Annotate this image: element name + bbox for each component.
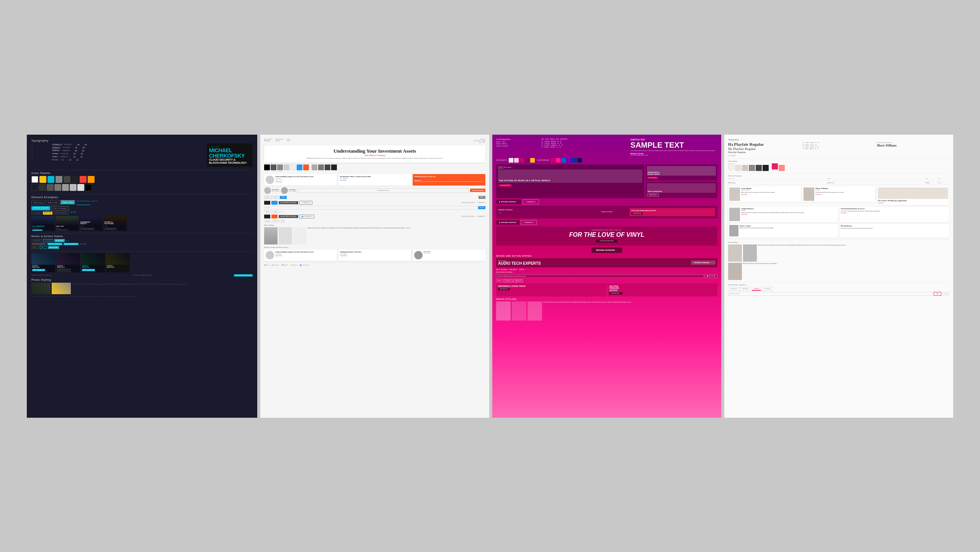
tab-right[interactable]: Option [479, 196, 485, 199]
p3-tag-2[interactable]: Resource [504, 279, 513, 282]
view-more-1[interactable]: VIEW MORE → [275, 181, 314, 183]
add-schedule-active[interactable]: ADD TO SCHEDULE [47, 243, 62, 245]
p3-browse-sessions-main[interactable]: BROWSE SESSIONS → [591, 248, 622, 253]
tab-nav-community[interactable]: 👥 Community [300, 264, 309, 266]
tag-keynotes[interactable]: KEYNOTES [31, 239, 42, 242]
p3-browse-sessions-audio[interactable]: BROWSE SESSIONS → [691, 261, 715, 265]
button-small[interactable]: Button / Small [46, 200, 59, 205]
track-add-3[interactable]: ADD TO SCHEDULE [82, 269, 95, 271]
community-btn[interactable]: COMMUNITY [299, 201, 312, 205]
form-submit[interactable]: Search [478, 206, 485, 209]
view-profile-matt[interactable]: VIEW PROFILE [56, 230, 67, 231]
filter-input[interactable]: Filter... [31, 246, 39, 249]
text-link-plain[interactable]: Text Link [91, 200, 98, 205]
p4-jessie-link[interactable]: View Profile [741, 194, 775, 195]
tab-nav-home[interactable]: 🏠 Home [264, 264, 270, 266]
chat-btn[interactable]: 💬 LIVE CHAT [48, 246, 59, 249]
p4-meeting-desc: Join private meeting rooms with speakers… [841, 228, 948, 229]
form-input[interactable]: Form / Input [31, 212, 42, 215]
tab-2[interactable]: Tab 2 [272, 196, 279, 199]
p3-session-link[interactable]: SESSION → [519, 269, 526, 270]
form-search[interactable]: Search... [264, 206, 477, 210]
sponsor-row: Sponsor Partner + more [264, 210, 485, 213]
panel-dark: Typography H1OSWALDSEMIBOLD6460 H2OSWALD… [27, 135, 257, 418]
button-icon[interactable]: Button / Small [60, 200, 75, 205]
add-schedule-btn[interactable]: ADD TO SCHEDULE [31, 243, 46, 245]
p3-add-cal[interactable]: ADD TO CALENDAR + [496, 269, 508, 270]
p4-search[interactable]: Search sessions... [728, 292, 933, 296]
community-right-2[interactable]: COMMUNITY [477, 216, 485, 217]
tab-nav-agenda[interactable]: 📅 Agenda [281, 264, 288, 266]
p4-sort[interactable]: Sort [942, 292, 949, 296]
view-more-2[interactable]: VIEW MORE → [340, 180, 410, 181]
p4-swatch-5 [756, 165, 762, 171]
p3-font-names: Typography Poppins - Light Poppins - Med… [496, 138, 540, 156]
tab-nav-sponsors[interactable]: ⭐ Sponsors [290, 264, 297, 266]
swatch2-darker [331, 164, 337, 170]
p4-tab-4[interactable]: Tab Option [762, 287, 773, 291]
p3-community-btn-2[interactable]: COMMUNITY [521, 220, 537, 225]
live-link[interactable]: LIVE LINK [70, 212, 76, 215]
p3-view-all-label[interactable]: VIEW ALL SESSIONS [585, 211, 628, 213]
tab-nav-sessions[interactable]: ▶ Sessions [272, 264, 279, 266]
p4-angela-link[interactable]: View Profile → [741, 214, 805, 215]
browse-sessions-btn[interactable]: BROWSE SESSIONS [31, 206, 50, 210]
p4-macie-link[interactable]: View Profile [815, 194, 844, 195]
track-add[interactable]: ADD TO SCHEDULE [32, 269, 45, 271]
tab-active[interactable]: Active [280, 196, 287, 199]
p4-tab-1[interactable]: Tab Option [728, 287, 739, 291]
view-profile-joel[interactable]: VIEW PROFILE [32, 230, 42, 231]
p4-filter[interactable]: Filter [934, 292, 941, 296]
community-btn-2[interactable]: 👥 COMMUNITY [299, 215, 314, 218]
p3-browse-btn-2[interactable]: ▶BROWSE SESSIONS [496, 220, 519, 225]
button-tab[interactable]: Button / Tab [43, 212, 52, 215]
browse-sessions-right[interactable]: BROWSE SESSIONS [462, 202, 475, 204]
p4-macie-card: Macie Williams Presenter Description tex… [802, 186, 875, 205]
filter-active[interactable]: Filter... [40, 246, 47, 249]
p4-makeup-link[interactable]: Learn More → [878, 202, 948, 204]
p3-read-more[interactable]: READ MORE + [510, 269, 518, 270]
browse-sessions-light[interactable]: ▶ BROWSE SESSIONS [279, 201, 298, 204]
music-photo-1 [264, 227, 278, 244]
p3-view-session-page[interactable]: VIEW SESSION ON PAGE ↗ [496, 272, 717, 273]
p3-live-chat[interactable]: 💬 LIVE CHAT [705, 274, 717, 278]
explore-aug[interactable]: EXPLORE SESSION [80, 228, 94, 231]
tag-keynotes-active[interactable]: KEYNOTES [43, 239, 53, 242]
live-subtitle: CLOUD SECURITY & BLOCKCHAIN TECHNOLOGY [209, 158, 250, 165]
p4-virtual-link[interactable]: Learn More → [841, 212, 948, 214]
p3-view-session[interactable]: VIEW SESSION [498, 184, 512, 187]
p3-view-session-3[interactable]: VIEW SESSION [498, 288, 510, 290]
add-demand-btn[interactable]: ADD TO DEMAND [51, 206, 69, 210]
add-schedule-hover[interactable]: ADD TO SCHEDULE [64, 243, 78, 245]
p3-view-meeting[interactable]: VIEW MEETING [631, 212, 643, 215]
view-more-bottom-2[interactable]: VIEW MORE → [340, 255, 410, 257]
p3-view-profile[interactable]: VIEW PROFILE [647, 194, 659, 197]
tab-1[interactable]: Tab 1 [264, 196, 271, 199]
track-add-2[interactable]: ADD TO SCHEDULE [57, 269, 71, 272]
p4-tab-active[interactable]: Sessions [752, 287, 761, 291]
button-tab-inactive[interactable]: Button / Tab Inactive [54, 212, 69, 215]
tag-keynotes-selected[interactable]: KEYNOTES [54, 239, 65, 242]
p3-view-session-2[interactable]: VIEW SESSION [647, 177, 658, 179]
p3-explore-btn[interactable]: EXPLORE CATEGORY [596, 239, 618, 243]
p3-form-input[interactable]: Type something specific here about the s… [496, 274, 704, 278]
p4-tab-2[interactable]: Tab Option [740, 287, 751, 291]
p3-ver-1 [550, 158, 555, 163]
community-right[interactable]: COMMUNITY [477, 202, 485, 204]
p3-browse-btn-1[interactable]: ▶BROWSE SESSIONs→ [496, 200, 521, 204]
view-more-3[interactable]: VIEW MORE → [414, 180, 484, 182]
view-session-sec[interactable]: VIEW SESSION [105, 228, 116, 231]
bottom-name-3: Josh SellersCFO, Founder [423, 251, 431, 254]
text-link[interactable]: Text Link / With Icon [77, 200, 90, 205]
p3-tag-1[interactable]: Phone [496, 279, 503, 282]
browse-sessions-right-2[interactable]: BROWSE SESSIONS [462, 216, 475, 217]
p4-action-1[interactable]: Act Ctrl → [938, 182, 949, 184]
browse-sessions-2[interactable]: ▶ BROWSE SESSIONS [279, 215, 298, 218]
view-more-bottom[interactable]: VIEW MORE → [275, 255, 314, 257]
p3-community-btn-1[interactable]: COMMUNITY [523, 199, 539, 204]
p3-tag-3[interactable]: Resources [513, 279, 523, 282]
event-kickoff[interactable]: EVENT KICKOFF & WELCOME [234, 274, 253, 277]
live-link-hover[interactable]: LIVE LINK [80, 243, 86, 245]
p3-view-meeting-2[interactable]: VIEW MEETING → [609, 292, 622, 295]
button-large[interactable]: Button / Large [31, 200, 45, 205]
